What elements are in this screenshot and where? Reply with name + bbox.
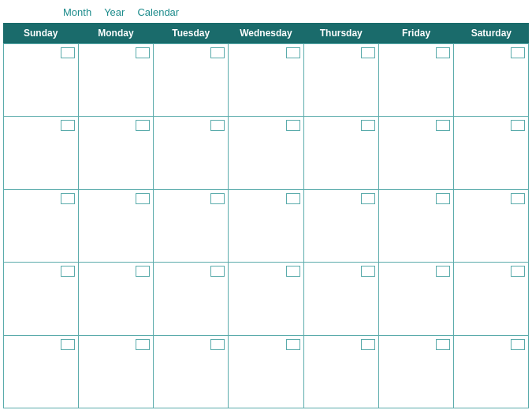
table-row[interactable] <box>229 44 303 117</box>
cell-number-box <box>436 266 450 277</box>
table-row[interactable] <box>304 117 379 189</box>
header-wednesday: Wednesday <box>229 23 303 43</box>
table-row[interactable] <box>79 190 154 263</box>
cell-number-box <box>511 193 525 204</box>
header-tuesday: Tuesday <box>154 23 229 43</box>
table-row[interactable] <box>4 263 79 335</box>
cell-number-box <box>210 47 225 58</box>
cell-number-box <box>286 120 300 131</box>
table-row[interactable] <box>154 336 229 408</box>
table-row[interactable] <box>4 336 79 408</box>
table-row[interactable] <box>454 117 529 189</box>
table-row[interactable] <box>154 117 229 189</box>
header-monday: Monday <box>78 23 153 43</box>
cell-number-box <box>61 339 75 350</box>
cell-number-box <box>136 339 150 350</box>
table-row[interactable] <box>229 336 303 408</box>
nav-year[interactable]: Year <box>104 6 125 18</box>
table-row[interactable] <box>79 44 154 117</box>
top-nav: Month Year Calendar <box>0 0 532 23</box>
cell-number-box <box>136 266 150 277</box>
cell-number-box <box>61 193 75 204</box>
cell-number-box <box>436 47 450 58</box>
table-row[interactable] <box>379 336 454 408</box>
cell-number-box <box>210 120 225 131</box>
table-row[interactable] <box>379 117 454 189</box>
table-row[interactable] <box>229 263 303 335</box>
cell-number-box <box>286 193 300 204</box>
table-row[interactable] <box>304 190 379 263</box>
nav-month[interactable]: Month <box>63 6 91 18</box>
table-row[interactable] <box>454 263 529 335</box>
nav-calendar[interactable]: Calendar <box>137 6 179 18</box>
cell-number-box <box>361 47 375 58</box>
cell-number-box <box>511 47 525 58</box>
table-row[interactable] <box>454 336 529 408</box>
cell-number-box <box>136 120 150 131</box>
cell-number-box <box>210 193 225 204</box>
cell-number-box <box>136 47 150 58</box>
header-thursday: Thursday <box>303 23 378 43</box>
table-row[interactable] <box>4 44 79 117</box>
table-row[interactable] <box>154 263 229 335</box>
cell-number-box <box>511 120 525 131</box>
cell-number-box <box>61 266 75 277</box>
table-row[interactable] <box>79 117 154 189</box>
calendar-header: Sunday Monday Tuesday Wednesday Thursday… <box>3 23 529 43</box>
cell-number-box <box>210 339 225 350</box>
cell-number-box <box>61 120 75 131</box>
table-row[interactable] <box>379 44 454 117</box>
table-row[interactable] <box>304 336 379 408</box>
calendar-grid <box>3 43 529 408</box>
table-row[interactable] <box>154 190 229 263</box>
header-sunday: Sunday <box>3 23 78 43</box>
table-row[interactable] <box>79 263 154 335</box>
cell-number-box <box>436 120 450 131</box>
header-saturday: Saturday <box>454 23 529 43</box>
table-row[interactable] <box>304 263 379 335</box>
header-friday: Friday <box>378 23 453 43</box>
cell-number-box <box>210 266 225 277</box>
cell-number-box <box>361 120 375 131</box>
table-row[interactable] <box>229 190 303 263</box>
cell-number-box <box>436 339 450 350</box>
cell-number-box <box>361 339 375 350</box>
table-row[interactable] <box>454 44 529 117</box>
table-row[interactable] <box>379 263 454 335</box>
table-row[interactable] <box>4 117 79 189</box>
cell-number-box <box>136 193 150 204</box>
cell-number-box <box>286 47 300 58</box>
cell-number-box <box>286 266 300 277</box>
table-row[interactable] <box>4 190 79 263</box>
cell-number-box <box>361 266 375 277</box>
cell-number-box <box>511 266 525 277</box>
cell-number-box <box>436 193 450 204</box>
cell-number-box <box>361 193 375 204</box>
calendar-wrapper: Sunday Monday Tuesday Wednesday Thursday… <box>0 23 532 410</box>
table-row[interactable] <box>454 190 529 263</box>
cell-number-box <box>286 339 300 350</box>
table-row[interactable] <box>79 336 154 408</box>
cell-number-box <box>511 339 525 350</box>
table-row[interactable] <box>304 44 379 117</box>
cell-number-box <box>61 47 75 58</box>
table-row[interactable] <box>154 44 229 117</box>
table-row[interactable] <box>379 190 454 263</box>
table-row[interactable] <box>229 117 303 189</box>
